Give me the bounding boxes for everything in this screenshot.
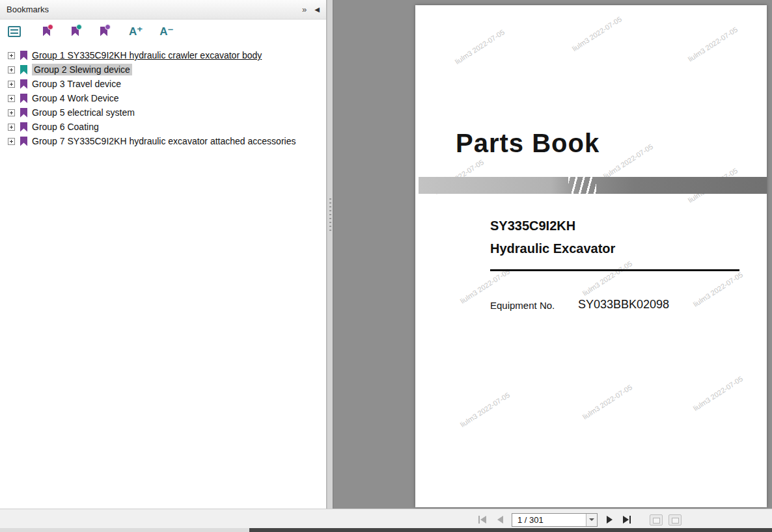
- last-page-button[interactable]: [621, 512, 633, 527]
- expand-icon[interactable]: [8, 66, 15, 73]
- previous-page-button[interactable]: [494, 512, 506, 527]
- pdf-page: liulm3 2022-07-05 liulm3 2022-07-05 liul…: [415, 5, 767, 507]
- expand-icon[interactable]: [8, 81, 15, 88]
- bookmark-item-group4[interactable]: Group 4 Work Device: [4, 91, 326, 105]
- expand-panel-icon[interactable]: »: [302, 5, 307, 14]
- bookmark-locate-icon[interactable]: [100, 26, 109, 37]
- collapse-panel-icon[interactable]: ◀: [314, 7, 320, 13]
- bookmark-label[interactable]: Group 1 SY335C9I2KH hydraulic crawler ex…: [32, 50, 262, 60]
- horizontal-rule: [490, 269, 739, 271]
- machine-type: Hydraulic Excavator: [490, 241, 615, 256]
- expand-icon[interactable]: [8, 124, 15, 131]
- bookmark-badge-teal: [76, 24, 82, 30]
- equipment-number-label: Equipment No.: [490, 300, 555, 311]
- watermark-text: liulm3 2022-07-05: [459, 391, 511, 429]
- watermark-text: liulm3 2022-07-05: [692, 375, 744, 412]
- bookmarks-panel: Bookmarks » ◀ A⁺ A⁻: [0, 0, 327, 509]
- bookmark-item-group3[interactable]: Group 3 Travel device: [4, 77, 326, 91]
- expand-icon[interactable]: [8, 138, 15, 145]
- page-indicator[interactable]: 1 / 301: [512, 515, 586, 525]
- machine-model: SY335C9I2KH: [490, 219, 575, 233]
- bookmark-item-group2[interactable]: Group 2 Slewing device: [4, 62, 326, 77]
- bookmark-label[interactable]: Group 6 Coating: [32, 122, 99, 132]
- bookmark-label[interactable]: Group 5 electrical system: [32, 107, 135, 118]
- horizontal-scrollbar-thumb[interactable]: [249, 528, 772, 532]
- panel-splitter[interactable]: [327, 0, 333, 509]
- bookmark-item-group5[interactable]: Group 5 electrical system: [4, 105, 326, 120]
- bookmark-delete-icon[interactable]: [43, 26, 51, 37]
- first-page-button[interactable]: [476, 512, 488, 527]
- expand-icon[interactable]: [8, 95, 15, 102]
- watermark-text: liulm3 2022-07-05: [692, 271, 744, 308]
- page-number-input[interactable]: 1 / 301: [512, 513, 598, 527]
- page-navigation: 1 / 301: [476, 511, 682, 528]
- bookmark-item-group1[interactable]: Group 1 SY335C9I2KH hydraulic crawler ex…: [4, 48, 326, 62]
- bookmark-flag-icon: [20, 79, 27, 89]
- bookmark-flag-icon: [20, 122, 27, 132]
- document-canvas: liulm3 2022-07-05 liulm3 2022-07-05 liul…: [333, 0, 772, 509]
- bookmark-badge-red: [48, 24, 53, 30]
- bookmark-label[interactable]: Group 3 Travel device: [32, 79, 121, 89]
- watermark-text: liulm3 2022-07-05: [602, 142, 654, 180]
- bookmark-item-group7[interactable]: Group 7 SY335C9I2KH hydraulic excavator …: [4, 134, 326, 148]
- bookmark-flag-icon: [20, 94, 27, 103]
- watermark-text: liulm3 2022-07-05: [687, 25, 739, 63]
- bookmark-label[interactable]: Group 2 Slewing device: [32, 64, 132, 75]
- watermark-text: liulm3 2022-07-05: [571, 15, 623, 53]
- bookmark-rename-icon[interactable]: [72, 26, 80, 37]
- bookmark-flag-icon: [20, 65, 27, 75]
- bookmark-item-group6[interactable]: Group 6 Coating: [4, 120, 326, 134]
- bookmarks-panel-header: Bookmarks » ◀: [0, 0, 326, 20]
- page-dropdown-icon[interactable]: [586, 514, 597, 526]
- bookmark-label[interactable]: Group 7 SY335C9I2KH hydraulic excavator …: [32, 136, 296, 146]
- bookmark-flag-icon: [20, 137, 27, 146]
- document-title: Parts Book: [456, 129, 600, 158]
- font-decrease-icon[interactable]: A⁻: [159, 26, 173, 37]
- watermark-text: liulm3 2022-07-05: [581, 383, 633, 421]
- bookmarks-tree: Group 1 SY335C9I2KH hydraulic crawler ex…: [0, 43, 326, 148]
- panel-options-icon[interactable]: [8, 26, 21, 37]
- bookmark-label[interactable]: Group 4 Work Device: [32, 93, 119, 103]
- status-bar: 1 / 301: [0, 509, 772, 532]
- previous-view-button[interactable]: [650, 514, 663, 525]
- bookmark-flag-icon: [20, 108, 27, 118]
- gradient-bar-stripes: [568, 177, 596, 194]
- horizontal-scrollbar[interactable]: [0, 528, 772, 532]
- font-increase-icon[interactable]: A⁺: [129, 26, 143, 37]
- next-view-button[interactable]: [669, 514, 682, 525]
- bookmark-flag-icon: [20, 51, 27, 60]
- watermark-text: liulm3 2022-07-05: [581, 259, 633, 297]
- bookmarks-panel-title: Bookmarks: [7, 5, 49, 14]
- bookmarks-toolbar: A⁺ A⁻: [0, 20, 326, 43]
- expand-icon[interactable]: [8, 109, 15, 116]
- decorative-gradient-bar: [419, 177, 767, 194]
- pdf-reader-window: Bookmarks » ◀ A⁺ A⁻: [0, 0, 772, 532]
- next-page-button[interactable]: [603, 512, 615, 527]
- watermark-text: liulm3 2022-07-05: [454, 28, 506, 66]
- expand-icon[interactable]: [8, 52, 15, 59]
- equipment-number-value: SY033BBK02098: [578, 298, 669, 312]
- bookmark-badge-purple: [105, 24, 111, 30]
